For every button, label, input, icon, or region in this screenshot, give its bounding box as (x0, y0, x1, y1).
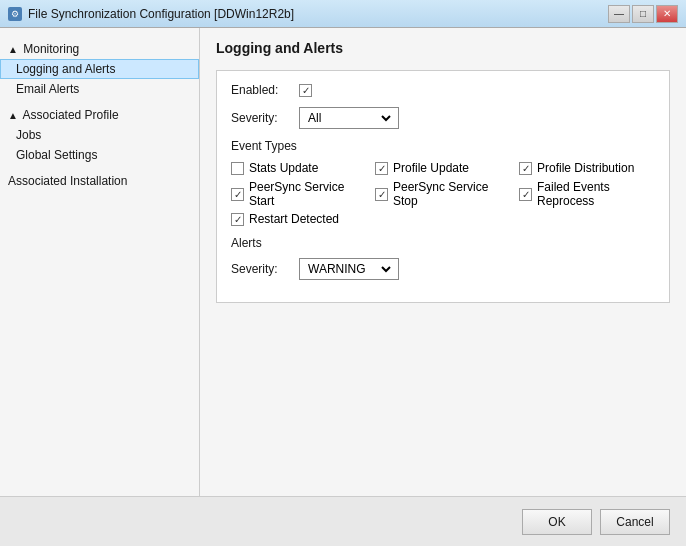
peersync-start-checkbox[interactable] (231, 188, 244, 201)
alerts-section: Alerts Severity: WARNING DEBUG INFO ERRO… (231, 236, 655, 280)
enabled-label: Enabled: (231, 83, 291, 97)
failed-events-label: Failed Events Reprocess (537, 180, 655, 208)
bottom-bar: OK Cancel (0, 496, 686, 546)
enabled-checkbox[interactable] (299, 84, 312, 97)
stats-update-checkbox[interactable] (231, 162, 244, 175)
profile-distribution-checkbox[interactable] (519, 162, 532, 175)
sidebar-section-associated-profile: ▲ Associated Profile Jobs Global Setting… (0, 102, 199, 168)
title-buttons: — □ ✕ (608, 5, 678, 23)
alerts-severity-dropdown[interactable]: WARNING DEBUG INFO ERROR (299, 258, 399, 280)
alerts-severity-select[interactable]: WARNING DEBUG INFO ERROR (304, 259, 394, 279)
alerts-header: Alerts (231, 236, 655, 250)
restart-detected-checkbox[interactable] (231, 213, 244, 226)
close-button[interactable]: ✕ (656, 5, 678, 23)
peersync-stop-label: PeerSync Service Stop (393, 180, 511, 208)
sidebar-item-logging-alerts[interactable]: Logging and Alerts (0, 59, 199, 79)
severity-dropdown[interactable]: All DEBUG INFO WARNING ERROR (299, 107, 399, 129)
profile-update-checkbox[interactable] (375, 162, 388, 175)
profile-update-item: Profile Update (375, 161, 511, 175)
peersync-stop-checkbox[interactable] (375, 188, 388, 201)
sidebar-item-global-settings[interactable]: Global Settings (0, 145, 199, 165)
peersync-start-item: PeerSync Service Start (231, 180, 367, 208)
sidebar-item-associated-installation[interactable]: Associated Installation (0, 171, 199, 191)
failed-events-checkbox[interactable] (519, 188, 532, 201)
restart-detected-item: Restart Detected (231, 212, 655, 226)
restart-detected-label: Restart Detected (249, 212, 339, 226)
ok-button[interactable]: OK (522, 509, 592, 535)
peersync-start-label: PeerSync Service Start (249, 180, 367, 208)
severity-row: Severity: All DEBUG INFO WARNING ERROR (231, 107, 655, 129)
profile-update-label: Profile Update (393, 161, 469, 175)
profile-distribution-item: Profile Distribution (519, 161, 655, 175)
severity-select[interactable]: All DEBUG INFO WARNING ERROR (304, 108, 394, 128)
stats-update-item: Stats Update (231, 161, 367, 175)
title-bar: ⚙ File Synchronization Configuration [DD… (0, 0, 686, 28)
sidebar-item-associated-profile[interactable]: ▲ Associated Profile (0, 105, 199, 125)
form-panel: Enabled: Severity: All DEBUG INFO WARNIN… (216, 70, 670, 303)
sidebar-section-monitoring: ▲ Monitoring Logging and Alerts Email Al… (0, 36, 199, 102)
minimize-button[interactable]: — (608, 5, 630, 23)
maximize-button[interactable]: □ (632, 5, 654, 23)
sidebar-section-installation: Associated Installation (0, 168, 199, 194)
severity-label: Severity: (231, 111, 291, 125)
enabled-row: Enabled: (231, 83, 655, 97)
content-area: Logging and Alerts Enabled: Severity: Al… (200, 28, 686, 496)
sidebar-item-monitoring[interactable]: ▲ Monitoring (0, 39, 199, 59)
page-title: Logging and Alerts (216, 40, 670, 56)
expand-arrow-monitoring: ▲ (8, 44, 18, 55)
event-types-header: Event Types (231, 139, 655, 153)
event-types-grid: Stats Update Profile Update Profile Dist… (231, 161, 655, 208)
window-title: File Synchronization Configuration [DDWi… (28, 7, 294, 21)
sidebar: ▲ Monitoring Logging and Alerts Email Al… (0, 28, 200, 496)
event-types-section: Event Types Stats Update Profile Update (231, 139, 655, 226)
expand-arrow-associated: ▲ (8, 110, 18, 121)
failed-events-item: Failed Events Reprocess (519, 180, 655, 208)
profile-distribution-label: Profile Distribution (537, 161, 634, 175)
app-icon: ⚙ (8, 7, 22, 21)
main-container: ▲ Monitoring Logging and Alerts Email Al… (0, 28, 686, 496)
cancel-button[interactable]: Cancel (600, 509, 670, 535)
alerts-severity-row: Severity: WARNING DEBUG INFO ERROR (231, 258, 655, 280)
sidebar-item-jobs[interactable]: Jobs (0, 125, 199, 145)
stats-update-label: Stats Update (249, 161, 318, 175)
peersync-stop-item: PeerSync Service Stop (375, 180, 511, 208)
alerts-severity-label: Severity: (231, 262, 291, 276)
sidebar-item-email-alerts[interactable]: Email Alerts (0, 79, 199, 99)
